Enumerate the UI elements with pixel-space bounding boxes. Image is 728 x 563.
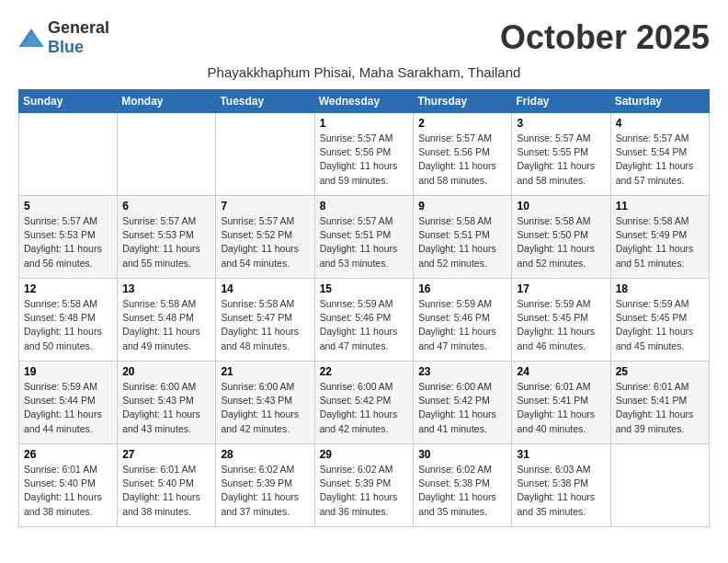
day-number: 20 xyxy=(122,365,210,378)
calendar-cell: 23Sunrise: 6:00 AMSunset: 5:42 PMDayligh… xyxy=(414,362,512,444)
day-number: 18 xyxy=(616,282,704,295)
day-info: Sunrise: 6:02 AMSunset: 5:38 PMDaylight:… xyxy=(418,463,506,519)
day-number: 31 xyxy=(517,448,605,461)
day-info: Sunrise: 5:58 AMSunset: 5:51 PMDaylight:… xyxy=(418,214,506,270)
day-number: 8 xyxy=(320,200,409,213)
calendar-cell: 30Sunrise: 6:02 AMSunset: 5:38 PMDayligh… xyxy=(414,444,512,527)
day-info: Sunrise: 5:58 AMSunset: 5:48 PMDaylight:… xyxy=(122,297,210,353)
day-info: Sunrise: 5:59 AMSunset: 5:44 PMDaylight:… xyxy=(24,380,112,436)
day-number: 3 xyxy=(517,117,605,130)
logo: General Blue xyxy=(18,18,109,57)
day-number: 15 xyxy=(320,282,409,295)
day-number: 28 xyxy=(221,448,309,461)
calendar-cell: 16Sunrise: 5:59 AMSunset: 5:46 PMDayligh… xyxy=(414,279,512,362)
subtitle: Phayakkhaphum Phisai, Maha Sarakham, Tha… xyxy=(18,64,710,80)
calendar-cell: 29Sunrise: 6:02 AMSunset: 5:39 PMDayligh… xyxy=(314,444,414,527)
day-number: 30 xyxy=(418,448,506,461)
calendar-header-row: SundayMondayTuesdayWednesdayThursdayFrid… xyxy=(19,90,710,113)
calendar-cell: 10Sunrise: 5:58 AMSunset: 5:50 PMDayligh… xyxy=(512,196,610,279)
day-info: Sunrise: 6:00 AMSunset: 5:42 PMDaylight:… xyxy=(418,380,506,436)
calendar-cell: 28Sunrise: 6:02 AMSunset: 5:39 PMDayligh… xyxy=(216,444,314,527)
calendar-cell: 2Sunrise: 5:57 AMSunset: 5:56 PMDaylight… xyxy=(414,113,512,196)
calendar-cell: 9Sunrise: 5:58 AMSunset: 5:51 PMDaylight… xyxy=(414,196,512,279)
day-number: 23 xyxy=(418,365,506,378)
calendar-cell: 14Sunrise: 5:58 AMSunset: 5:47 PMDayligh… xyxy=(216,279,314,362)
column-header-wednesday: Wednesday xyxy=(314,90,414,113)
day-number: 6 xyxy=(122,200,210,213)
day-number: 14 xyxy=(221,282,309,295)
day-number: 17 xyxy=(517,282,605,295)
day-info: Sunrise: 5:57 AMSunset: 5:56 PMDaylight:… xyxy=(320,132,409,188)
calendar-cell: 1Sunrise: 5:57 AMSunset: 5:56 PMDaylight… xyxy=(314,113,414,196)
day-info: Sunrise: 5:57 AMSunset: 5:53 PMDaylight:… xyxy=(122,214,210,270)
calendar-week-2: 5Sunrise: 5:57 AMSunset: 5:53 PMDaylight… xyxy=(19,196,710,279)
column-header-tuesday: Tuesday xyxy=(216,90,314,113)
day-info: Sunrise: 5:59 AMSunset: 5:46 PMDaylight:… xyxy=(418,297,506,353)
day-number: 5 xyxy=(24,200,112,213)
day-info: Sunrise: 5:57 AMSunset: 5:54 PMDaylight:… xyxy=(616,132,704,188)
day-info: Sunrise: 6:02 AMSunset: 5:39 PMDaylight:… xyxy=(320,463,409,519)
day-info: Sunrise: 5:58 AMSunset: 5:48 PMDaylight:… xyxy=(24,297,112,353)
day-info: Sunrise: 5:57 AMSunset: 5:56 PMDaylight:… xyxy=(418,132,506,188)
day-info: Sunrise: 6:01 AMSunset: 5:40 PMDaylight:… xyxy=(122,463,210,519)
day-info: Sunrise: 6:00 AMSunset: 5:42 PMDaylight:… xyxy=(320,380,409,436)
day-number: 24 xyxy=(517,365,605,378)
calendar-cell: 5Sunrise: 5:57 AMSunset: 5:53 PMDaylight… xyxy=(19,196,118,279)
day-number: 26 xyxy=(24,448,112,461)
day-number: 25 xyxy=(616,365,704,378)
calendar-cell: 18Sunrise: 5:59 AMSunset: 5:45 PMDayligh… xyxy=(610,279,709,362)
day-info: Sunrise: 5:59 AMSunset: 5:45 PMDaylight:… xyxy=(517,297,605,353)
logo-general: General xyxy=(48,18,109,37)
logo-icon xyxy=(18,29,44,47)
calendar-cell: 17Sunrise: 5:59 AMSunset: 5:45 PMDayligh… xyxy=(512,279,610,362)
calendar-week-1: 1Sunrise: 5:57 AMSunset: 5:56 PMDaylight… xyxy=(19,113,710,196)
day-number: 2 xyxy=(418,117,506,130)
day-info: Sunrise: 5:59 AMSunset: 5:46 PMDaylight:… xyxy=(320,297,409,353)
day-number: 7 xyxy=(221,200,309,213)
calendar-week-5: 26Sunrise: 6:01 AMSunset: 5:40 PMDayligh… xyxy=(19,444,710,527)
calendar-cell: 3Sunrise: 5:57 AMSunset: 5:55 PMDaylight… xyxy=(512,113,610,196)
day-number: 21 xyxy=(221,365,309,378)
calendar-cell: 25Sunrise: 6:01 AMSunset: 5:41 PMDayligh… xyxy=(610,362,709,444)
calendar-cell: 22Sunrise: 6:00 AMSunset: 5:42 PMDayligh… xyxy=(314,362,414,444)
day-info: Sunrise: 6:00 AMSunset: 5:43 PMDaylight:… xyxy=(122,380,210,436)
column-header-friday: Friday xyxy=(512,90,610,113)
calendar-cell: 6Sunrise: 5:57 AMSunset: 5:53 PMDaylight… xyxy=(118,196,216,279)
day-info: Sunrise: 5:59 AMSunset: 5:45 PMDaylight:… xyxy=(616,297,704,353)
calendar-cell xyxy=(118,113,216,196)
calendar-cell: 27Sunrise: 6:01 AMSunset: 5:40 PMDayligh… xyxy=(118,444,216,527)
day-number: 10 xyxy=(517,200,605,213)
day-info: Sunrise: 6:03 AMSunset: 5:38 PMDaylight:… xyxy=(517,463,605,519)
calendar-cell: 15Sunrise: 5:59 AMSunset: 5:46 PMDayligh… xyxy=(314,279,414,362)
day-info: Sunrise: 5:58 AMSunset: 5:50 PMDaylight:… xyxy=(517,214,605,270)
calendar-cell: 7Sunrise: 5:57 AMSunset: 5:52 PMDaylight… xyxy=(216,196,314,279)
logo-blue: Blue xyxy=(48,38,84,56)
column-header-saturday: Saturday xyxy=(610,90,709,113)
day-info: Sunrise: 6:02 AMSunset: 5:39 PMDaylight:… xyxy=(221,463,309,519)
calendar-cell: 11Sunrise: 5:58 AMSunset: 5:49 PMDayligh… xyxy=(610,196,709,279)
day-number: 19 xyxy=(24,365,112,378)
day-info: Sunrise: 6:01 AMSunset: 5:40 PMDaylight:… xyxy=(24,463,112,519)
calendar-cell: 4Sunrise: 5:57 AMSunset: 5:54 PMDaylight… xyxy=(610,113,709,196)
day-info: Sunrise: 6:00 AMSunset: 5:43 PMDaylight:… xyxy=(221,380,309,436)
calendar-cell: 31Sunrise: 6:03 AMSunset: 5:38 PMDayligh… xyxy=(512,444,610,527)
day-number: 13 xyxy=(122,282,210,295)
day-info: Sunrise: 5:57 AMSunset: 5:53 PMDaylight:… xyxy=(24,214,112,270)
calendar-cell: 8Sunrise: 5:57 AMSunset: 5:51 PMDaylight… xyxy=(314,196,414,279)
calendar-cell: 13Sunrise: 5:58 AMSunset: 5:48 PMDayligh… xyxy=(118,279,216,362)
day-info: Sunrise: 5:57 AMSunset: 5:51 PMDaylight:… xyxy=(320,214,409,270)
day-info: Sunrise: 5:58 AMSunset: 5:47 PMDaylight:… xyxy=(221,297,309,353)
calendar-week-3: 12Sunrise: 5:58 AMSunset: 5:48 PMDayligh… xyxy=(19,279,710,362)
day-info: Sunrise: 6:01 AMSunset: 5:41 PMDaylight:… xyxy=(616,380,704,436)
column-header-thursday: Thursday xyxy=(414,90,512,113)
calendar-cell: 26Sunrise: 6:01 AMSunset: 5:40 PMDayligh… xyxy=(19,444,118,527)
column-header-sunday: Sunday xyxy=(19,90,118,113)
calendar-cell: 20Sunrise: 6:00 AMSunset: 5:43 PMDayligh… xyxy=(118,362,216,444)
month-title: October 2025 xyxy=(500,18,710,57)
day-number: 4 xyxy=(616,117,704,130)
calendar-cell: 19Sunrise: 5:59 AMSunset: 5:44 PMDayligh… xyxy=(19,362,118,444)
day-number: 27 xyxy=(122,448,210,461)
day-number: 1 xyxy=(320,117,409,130)
day-number: 16 xyxy=(418,282,506,295)
calendar-cell: 21Sunrise: 6:00 AMSunset: 5:43 PMDayligh… xyxy=(216,362,314,444)
